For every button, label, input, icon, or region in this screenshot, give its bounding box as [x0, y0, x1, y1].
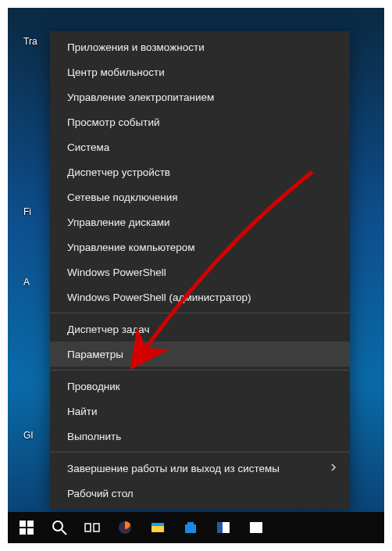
menu-item-label: Windows PowerShell: [67, 267, 166, 278]
menu-item-label: Диспетчер задач: [67, 324, 150, 335]
app-icon: [248, 520, 264, 535]
svg-rect-1: [27, 521, 34, 527]
menu-item-label: Windows PowerShell (администратор): [67, 292, 251, 303]
firefox-icon: [117, 520, 133, 535]
taskbar-search-button[interactable]: [44, 512, 75, 543]
menu-item-label: Сетевые подключения: [67, 191, 178, 203]
menu-separator: [50, 313, 350, 313]
menu-item-search[interactable]: Найти: [50, 399, 350, 424]
desktop-icon-label: GI: [23, 430, 34, 441]
task-view-icon: [84, 520, 100, 535]
taskbar-pinned-app[interactable]: [241, 512, 272, 543]
menu-item-file-explorer[interactable]: Проводник: [50, 374, 350, 399]
menu-item-event-viewer[interactable]: Просмотр событий: [50, 109, 350, 134]
search-icon: [52, 520, 67, 535]
menu-item-label: Диспетчер устройств: [67, 166, 170, 178]
store-icon: [183, 520, 198, 535]
menu-item-settings[interactable]: Параметры: [50, 342, 350, 367]
svg-line-5: [62, 530, 66, 535]
menu-separator: [50, 452, 350, 453]
menu-item-label: Управление дисками: [67, 216, 170, 228]
start-button[interactable]: [11, 512, 42, 543]
screenshot-stage: Tra Fi A GI Приложения и возможности Цен…: [0, 0, 392, 551]
svg-rect-3: [27, 528, 34, 535]
menu-item-label: Рабочий стол: [67, 488, 134, 499]
svg-rect-11: [185, 524, 196, 533]
menu-item-label: Проводник: [67, 381, 120, 392]
taskbar-pinned-app[interactable]: [208, 512, 239, 543]
svg-rect-15: [250, 522, 262, 533]
file-explorer-icon: [150, 520, 166, 535]
menu-item-disk-management[interactable]: Управление дисками: [50, 209, 350, 234]
desktop-icon-label: A: [23, 277, 30, 288]
menu-item-run[interactable]: Выполнить: [50, 424, 350, 449]
menu-item-shutdown-signout[interactable]: Завершение работы или выход из системы: [50, 456, 350, 481]
menu-item-label: Параметры: [67, 349, 123, 360]
menu-item-network-connections[interactable]: Сетевые подключения: [50, 184, 350, 209]
taskbar-pinned-app[interactable]: [142, 512, 173, 543]
svg-rect-6: [85, 524, 91, 531]
menu-item-label: Управление электропитанием: [67, 91, 214, 103]
menu-item-label: Выполнить: [67, 431, 121, 442]
svg-point-4: [53, 521, 62, 531]
menu-item-label: Центр мобильности: [67, 66, 165, 78]
menu-item-task-manager[interactable]: Диспетчер задач: [50, 317, 350, 342]
menu-item-powershell[interactable]: Windows PowerShell: [50, 259, 350, 284]
taskbar-task-view-button[interactable]: [77, 512, 108, 543]
taskbar-pinned-app[interactable]: [109, 512, 141, 543]
taskbar-pinned-app[interactable]: [175, 512, 206, 543]
menu-item-label: Найти: [67, 406, 98, 417]
svg-rect-10: [151, 523, 164, 526]
chevron-right-icon: [330, 463, 337, 474]
taskbar: [8, 512, 384, 543]
winx-context-menu: Приложения и возможности Центр мобильнос…: [50, 31, 350, 509]
menu-item-powershell-admin[interactable]: Windows PowerShell (администратор): [50, 284, 350, 309]
menu-item-device-manager[interactable]: Диспетчер устройств: [50, 159, 350, 184]
menu-item-power-options[interactable]: Управление электропитанием: [50, 84, 350, 109]
menu-item-system[interactable]: Система: [50, 134, 350, 159]
menu-item-apps-features[interactable]: Приложения и возможности: [50, 34, 350, 59]
menu-item-mobility-center[interactable]: Центр мобильности: [50, 59, 350, 84]
windows-icon: [19, 520, 34, 535]
desktop: Tra Fi A GI Приложения и возможности Цен…: [8, 8, 384, 543]
menu-item-label: Система: [67, 141, 109, 153]
svg-rect-14: [217, 522, 223, 533]
menu-item-label: Приложения и возможности: [67, 41, 205, 53]
menu-item-label: Завершение работы или выход из системы: [67, 463, 280, 474]
menu-item-desktop[interactable]: Рабочий стол: [50, 481, 350, 506]
svg-rect-12: [187, 522, 194, 524]
menu-separator: [50, 370, 350, 370]
svg-rect-2: [20, 528, 26, 535]
menu-item-label: Управление компьютером: [67, 242, 195, 253]
desktop-icon-label: Tra: [23, 36, 37, 47]
word-icon: [216, 520, 231, 535]
svg-rect-7: [94, 524, 99, 531]
svg-rect-0: [20, 521, 26, 527]
desktop-icon-label: Fi: [23, 206, 31, 217]
menu-item-computer-management[interactable]: Управление компьютером: [50, 234, 350, 259]
menu-item-label: Просмотр событий: [67, 116, 160, 128]
